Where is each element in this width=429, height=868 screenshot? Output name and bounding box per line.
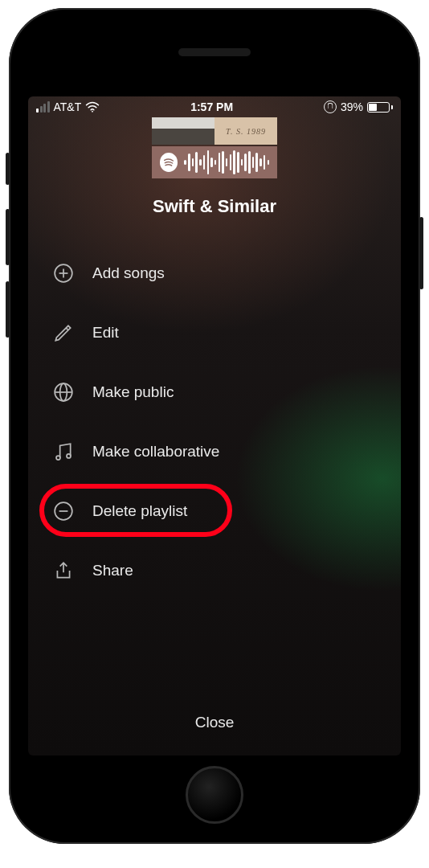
phone-speaker	[178, 48, 251, 56]
screen: AT&T 1:57 PM 39% T. S. 1989	[28, 96, 401, 755]
svg-point-9	[67, 454, 71, 458]
battery-percentage: 39%	[341, 100, 363, 113]
playlist-header: T. S. 1989 S	[28, 117, 401, 217]
album-art-right: T. S. 1989	[214, 117, 277, 145]
plus-circle-icon	[52, 262, 75, 285]
share-icon	[52, 559, 75, 582]
spotify-code-bars	[184, 150, 269, 174]
spotify-logo-icon	[160, 153, 178, 172]
carrier-label: AT&T	[54, 100, 82, 113]
rotation-lock-icon	[324, 100, 337, 113]
power-button	[419, 217, 423, 289]
context-menu: Add songs Edit Make public Make collabor…	[28, 262, 401, 582]
minus-circle-icon	[52, 500, 75, 522]
battery-icon	[367, 102, 393, 113]
share-button[interactable]: Share	[52, 559, 377, 582]
svg-point-8	[56, 456, 60, 460]
close-button[interactable]: Close	[28, 690, 401, 755]
album-art-left	[152, 117, 214, 145]
status-left: AT&T	[36, 100, 100, 113]
playlist-cover: T. S. 1989	[152, 117, 277, 145]
edit-label: Edit	[92, 324, 119, 342]
make-public-button[interactable]: Make public	[52, 381, 377, 403]
phone-frame: AT&T 1:57 PM 39% T. S. 1989	[9, 8, 420, 844]
spotify-code[interactable]	[152, 146, 277, 178]
make-public-label: Make public	[92, 383, 174, 401]
add-songs-label: Add songs	[92, 264, 165, 282]
delete-playlist-label: Delete playlist	[92, 502, 187, 520]
status-time: 1:57 PM	[190, 100, 233, 113]
svg-point-0	[92, 111, 93, 113]
edit-button[interactable]: Edit	[52, 321, 377, 344]
music-note-icon	[52, 440, 75, 463]
globe-icon	[52, 381, 75, 403]
make-collaborative-button[interactable]: Make collaborative	[52, 440, 377, 463]
wifi-icon	[85, 101, 100, 113]
mute-switch	[6, 153, 10, 185]
status-bar: AT&T 1:57 PM 39%	[28, 96, 401, 117]
delete-playlist-button[interactable]: Delete playlist	[52, 500, 377, 522]
cell-signal-icon	[36, 101, 50, 113]
share-label: Share	[92, 562, 133, 579]
make-collaborative-label: Make collaborative	[92, 443, 219, 461]
volume-up-button	[6, 209, 10, 265]
add-songs-button[interactable]: Add songs	[52, 262, 377, 285]
svg-line-4	[66, 328, 68, 330]
home-button[interactable]	[186, 766, 243, 824]
status-right: 39%	[324, 100, 393, 113]
volume-down-button	[6, 281, 10, 338]
pencil-icon	[52, 321, 75, 344]
playlist-title: Swift & Similar	[153, 196, 276, 217]
